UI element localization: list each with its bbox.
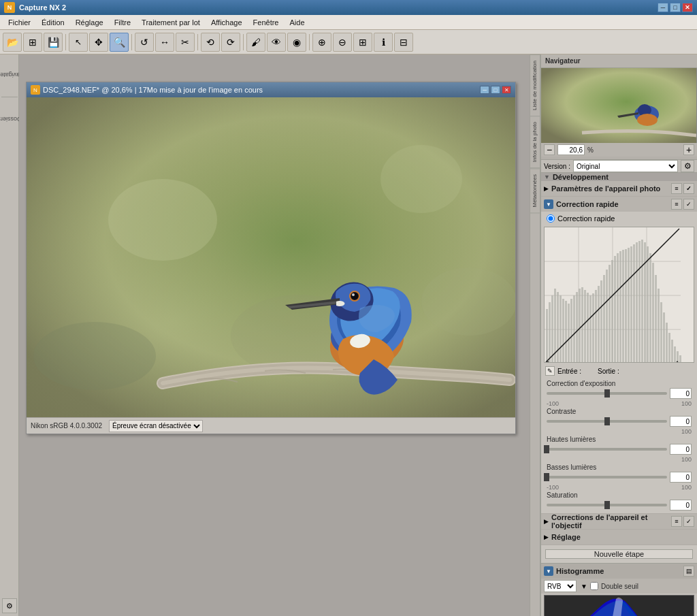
tool-zoom[interactable]: 🔍 — [110, 33, 129, 52]
tool-remove-point[interactable]: ⊖ — [333, 33, 352, 52]
params-header[interactable]: ▶ Paramètres de l'appareil photo ≡ ✓ — [541, 181, 697, 196]
histo-toggle[interactable]: ▼ — [544, 566, 553, 576]
svg-rect-48 — [609, 265, 611, 362]
main-area: Navigateur Dossiers ⚙ N DSC_2948.NEF* @ … — [0, 54, 697, 616]
version-select[interactable]: Original — [573, 160, 678, 172]
svg-rect-27 — [551, 295, 553, 362]
proof-select[interactable]: Épreuve écran désactivée — [109, 420, 203, 432]
contraste-thumb[interactable] — [604, 417, 610, 425]
svg-point-3 — [380, 145, 462, 213]
zoom-unit: % — [587, 146, 594, 154]
basses-value[interactable] — [670, 472, 692, 483]
tool-undo[interactable]: ⟲ — [201, 33, 220, 52]
tool-crop[interactable]: ✂ — [176, 33, 195, 52]
saturation-track[interactable] — [547, 504, 667, 506]
tool-info[interactable]: ℹ — [374, 33, 393, 52]
sidebar-bottom-btn[interactable]: ⚙ — [2, 598, 17, 613]
navigator-section: Navigateur — [541, 54, 697, 160]
vtab-infos[interactable]: Infos de la photo — [530, 116, 540, 168]
image-minimize[interactable]: ─ — [480, 86, 489, 94]
image-window: N DSC_2948.NEF* @ 20,6% | 17Mo mise à jo… — [26, 82, 516, 434]
correction-toggle[interactable]: ▼ — [544, 199, 553, 209]
histo-menu-icon[interactable]: ▤ — [683, 566, 694, 577]
maximize-button[interactable]: □ — [670, 3, 681, 12]
tool-add-point[interactable]: ⊕ — [312, 33, 331, 52]
correction-radio-label: Correction rapide — [557, 214, 615, 223]
tool-open[interactable]: 📂 — [3, 33, 22, 52]
menu-affichage[interactable]: Affichage — [206, 17, 248, 28]
menu-fenetre[interactable]: Fenêtre — [248, 17, 285, 28]
menu-fichier[interactable]: Fichier — [3, 17, 36, 28]
version-label: Version : — [544, 163, 570, 170]
image-close[interactable]: ✕ — [502, 86, 511, 94]
hautes-label: Hautes lumières — [544, 435, 694, 444]
menu-aide[interactable]: Aide — [284, 17, 310, 28]
svg-rect-70 — [668, 333, 670, 362]
tool-eyedropper[interactable]: 👁 — [267, 33, 286, 52]
exposure-thumb[interactable] — [604, 389, 610, 398]
double-seuil-label: Double seuil — [601, 583, 638, 590]
tool-flip[interactable]: ↔ — [155, 33, 174, 52]
sidebar-tab-dossiers[interactable]: Dossiers — [0, 116, 21, 123]
basses-track[interactable] — [547, 476, 667, 479]
histo-header[interactable]: ▼ Histogramme ▤ — [541, 564, 697, 579]
menu-traitement[interactable]: Traitement par lot — [136, 17, 206, 28]
svg-rect-73 — [677, 351, 679, 362]
pencil-icon[interactable]: ✎ — [545, 366, 555, 376]
tool-redo[interactable]: ⟳ — [221, 33, 240, 52]
close-button[interactable]: ✕ — [682, 3, 693, 12]
histo-channel-select[interactable]: RVB — [544, 580, 577, 592]
exposure-track[interactable] — [547, 392, 667, 395]
image-maximize[interactable]: □ — [491, 86, 500, 94]
svg-rect-64 — [652, 263, 654, 362]
double-seuil-checkbox[interactable] — [590, 582, 598, 590]
menu-reglage[interactable]: Réglage — [70, 17, 109, 28]
corrections-check[interactable]: ✓ — [683, 516, 694, 527]
menu-filtre[interactable]: Filtre — [109, 17, 136, 28]
tool-rotate-cw[interactable]: ↺ — [135, 33, 154, 52]
corrections-icon-1[interactable]: ≡ — [671, 516, 682, 527]
saturation-value[interactable] — [670, 500, 692, 510]
reglage-header[interactable]: ▶ Réglage — [541, 530, 697, 545]
correction-radio[interactable] — [547, 214, 555, 223]
tool-grid[interactable]: ⊞ — [353, 33, 372, 52]
contraste-value[interactable] — [670, 416, 692, 427]
correction-check[interactable]: ✓ — [683, 199, 694, 210]
dev-arrow: ▼ — [544, 174, 550, 180]
params-icon-1[interactable]: ≡ — [671, 183, 682, 194]
tool-move[interactable]: ✥ — [89, 33, 108, 52]
correction-rapide-header[interactable]: ▼ Correction rapide ≡ ✓ — [541, 197, 697, 212]
tool-browser[interactable]: ⊞ — [23, 33, 42, 52]
saturation-thumb[interactable] — [604, 501, 610, 509]
vtab-liste-mod[interactable]: Liste de modification — [530, 54, 540, 116]
hautes-thumb[interactable] — [544, 445, 549, 453]
tool-select[interactable]: ↖ — [69, 33, 88, 52]
vtab-meta[interactable]: Métadonnées — [530, 168, 540, 213]
hautes-value[interactable] — [670, 444, 692, 455]
image-titlebar: N DSC_2948.NEF* @ 20,6% | 17Mo mise à jo… — [27, 82, 515, 97]
contraste-track[interactable] — [547, 420, 667, 423]
minimize-button[interactable]: ─ — [658, 3, 668, 12]
tool-brush[interactable]: 🖌 — [246, 33, 265, 52]
svg-rect-68 — [663, 312, 665, 362]
hautes-track[interactable] — [547, 448, 667, 451]
version-gear-btn[interactable]: ⚙ — [681, 160, 694, 172]
zoom-plus-btn[interactable]: + — [683, 144, 694, 155]
params-check[interactable]: ✓ — [683, 183, 694, 194]
corrections-header[interactable]: ▶ Corrections de l'appareil et l'objecti… — [541, 514, 697, 529]
tool-save[interactable]: 💾 — [44, 33, 63, 52]
right-vtabs: Liste de modification Infos de la photo … — [530, 54, 540, 616]
menu-edition[interactable]: Édition — [36, 17, 70, 28]
zoom-input[interactable] — [557, 144, 585, 155]
nouvelle-etape-btn[interactable]: Nouvelle étape — [545, 549, 693, 559]
correction-icon-1[interactable]: ≡ — [671, 199, 682, 210]
exposure-value[interactable] — [670, 388, 692, 399]
corrections-icons: ≡ ✓ — [671, 516, 694, 527]
zoom-minus-btn[interactable]: − — [544, 144, 555, 155]
basses-thumb[interactable] — [544, 473, 549, 481]
svg-point-18 — [637, 114, 658, 126]
tool-extra[interactable]: ⊟ — [394, 33, 413, 52]
svg-rect-37 — [579, 289, 581, 362]
app-icon: N — [4, 2, 15, 13]
tool-healing[interactable]: ◉ — [287, 33, 306, 52]
